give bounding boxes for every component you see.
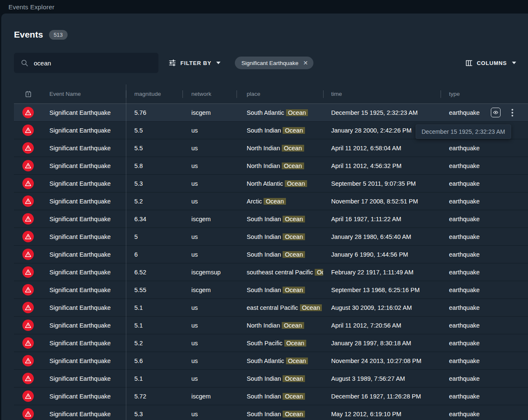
time-cell: August 30 2009, 12:16:02 AM <box>323 304 441 311</box>
filter-by-button[interactable]: FILTER BY <box>168 59 220 67</box>
search-match-highlight: Ocean <box>283 233 305 240</box>
time-cell: September 5 2011, 9:07:35 PM <box>323 180 441 187</box>
column-header-magnitude[interactable]: magnitude <box>126 84 182 103</box>
event-name-cell: Significant Earthquake <box>42 411 126 417</box>
event-name-cell: Significant Earthquake <box>42 287 126 293</box>
column-header-network[interactable]: network <box>182 84 237 103</box>
time-cell: April 16 1927, 1:11:22 AM <box>323 216 441 222</box>
place-cell: east central Pacific Ocean <box>237 304 323 311</box>
table-row[interactable]: Significant Earthquake 5.1 us South Indi… <box>14 370 528 387</box>
column-header-actions <box>486 84 528 103</box>
filter-chip-significant-earthquake[interactable]: Significant Earthquake ✕ <box>235 57 313 69</box>
place-cell: South Indian Ocean <box>237 393 323 400</box>
type-cell: earthquake <box>441 340 486 347</box>
search-box[interactable] <box>14 53 158 73</box>
event-name-cell: Significant Earthquake <box>42 375 126 382</box>
time-cell: April 11 2012, 4:56:32 PM <box>323 163 441 169</box>
place-cell: South Indian Ocean <box>237 216 323 222</box>
place-cell: South Pacific Ocean <box>237 340 323 347</box>
magnitude-cell: 5.3 <box>126 411 182 417</box>
table-row[interactable]: Significant Earthquake 5.76 iscgem South… <box>14 104 528 122</box>
table-row[interactable]: Significant Earthquake 6 us South Indian… <box>14 246 528 263</box>
table-row[interactable]: Significant Earthquake 5.1 us east centr… <box>14 299 528 317</box>
row-menu-kebab-icon[interactable] <box>511 108 514 117</box>
network-cell: us <box>182 322 237 329</box>
toolbar: FILTER BY Significant Earthquake ✕ COLUM… <box>14 53 516 73</box>
time-cell: December 16 1927, 11:26:28 PM <box>323 393 441 400</box>
warning-icon <box>22 107 34 118</box>
row-alert-cell <box>14 320 42 331</box>
place-cell: South Atlantic Ocean <box>237 358 323 364</box>
magnitude-cell: 6.34 <box>126 216 182 222</box>
type-cell: earthquake <box>441 109 486 116</box>
table-row[interactable]: Significant Earthquake 5.55 iscgem South… <box>14 281 528 299</box>
event-name-cell: Significant Earthquake <box>42 216 126 222</box>
event-name-cell: Significant Earthquake <box>42 163 126 169</box>
search-match-highlight: Ocean <box>282 163 304 169</box>
magnitude-cell: 5.5 <box>126 145 182 152</box>
magnitude-cell: 5.2 <box>126 198 182 205</box>
type-cell: earthquake <box>441 322 486 329</box>
place-cell: North Atlantic Ocean <box>237 180 323 187</box>
event-name-cell: Significant Earthquake <box>42 393 126 400</box>
warning-icon <box>22 142 34 154</box>
search-input[interactable] <box>34 60 152 67</box>
magnitude-cell: 5.2 <box>126 340 182 347</box>
row-alert-cell <box>14 337 42 349</box>
preview-event-button[interactable] <box>491 108 501 117</box>
table-row[interactable]: Significant Earthquake 5.2 us Arctic Oce… <box>14 192 528 210</box>
search-match-highlight: Ocean <box>283 393 305 400</box>
search-match-highlight: Ocean <box>283 251 305 258</box>
type-cell: earthquake <box>441 180 486 187</box>
warning-icon <box>22 266 34 278</box>
table-row[interactable]: Significant Earthquake 5.6 us South Atla… <box>14 352 528 370</box>
time-tooltip: December 15 1925, 2:32:23 AM <box>416 125 511 139</box>
type-cell: earthquake <box>441 145 486 152</box>
row-alert-cell <box>14 142 42 154</box>
table-header-row: Event Name magnitude network place time … <box>14 84 528 104</box>
network-cell: us <box>182 145 237 152</box>
type-cell: earthquake <box>441 251 486 258</box>
table-row[interactable]: Significant Earthquake 5.5 us North Indi… <box>14 139 528 157</box>
network-cell: us <box>182 375 237 382</box>
column-header-type[interactable]: type <box>441 84 486 103</box>
column-header-place[interactable]: place <box>237 84 323 103</box>
type-cell: earthquake <box>441 304 486 311</box>
warning-icon <box>22 231 34 242</box>
column-header-event-name[interactable]: Event Name <box>42 84 126 103</box>
table-row[interactable]: Significant Earthquake 5.3 us North Atla… <box>14 175 528 192</box>
network-cell: us <box>182 163 237 169</box>
column-divider-line <box>126 84 126 420</box>
time-cell: January 6 1990, 1:44:56 PM <box>323 251 441 258</box>
column-header-time[interactable]: time <box>323 84 441 103</box>
table-row[interactable]: Significant Earthquake 6.34 iscgem South… <box>14 210 528 228</box>
magnitude-cell: 5.1 <box>126 375 182 382</box>
place-cell: North Indian Ocean <box>237 163 323 169</box>
network-cell: us <box>182 127 237 134</box>
search-match-highlight: Ocean <box>315 269 323 276</box>
time-cell: September 13 1968, 6:25:16 PM <box>323 287 441 293</box>
table-row[interactable]: Significant Earthquake 5.1 us North Indi… <box>14 317 528 334</box>
alert-column-header[interactable] <box>14 84 42 103</box>
table-row[interactable]: Significant Earthquake 5.2 us South Paci… <box>14 334 528 352</box>
table-row[interactable]: Significant Earthquake 5 us South Indian… <box>14 228 528 246</box>
table-row[interactable]: Significant Earthquake 5.3 us South Indi… <box>14 405 528 420</box>
chip-close-icon[interactable]: ✕ <box>303 60 308 66</box>
network-cell: us <box>182 251 237 258</box>
type-cell: earthquake <box>441 198 486 205</box>
table-row[interactable]: Significant Earthquake 5.72 iscgem South… <box>14 387 528 405</box>
network-cell: us <box>182 411 237 417</box>
table-row[interactable]: Significant Earthquake 6.52 iscgemsup so… <box>14 263 528 281</box>
table-row[interactable]: Significant Earthquake 5.8 us North Indi… <box>14 157 528 175</box>
events-count-badge: 513 <box>49 30 68 40</box>
place-cell: South Indian Ocean <box>237 127 323 134</box>
magnitude-cell: 5.76 <box>126 109 182 116</box>
columns-button[interactable]: COLUMNS <box>465 59 516 67</box>
event-name-cell: Significant Earthquake <box>42 180 126 187</box>
magnitude-cell: 5.55 <box>126 287 182 293</box>
place-cell: North Indian Ocean <box>237 322 323 329</box>
type-cell: earthquake <box>441 163 486 169</box>
search-match-highlight: Ocean <box>283 216 305 222</box>
magnitude-cell: 5.1 <box>126 322 182 329</box>
row-alert-cell <box>14 408 42 420</box>
